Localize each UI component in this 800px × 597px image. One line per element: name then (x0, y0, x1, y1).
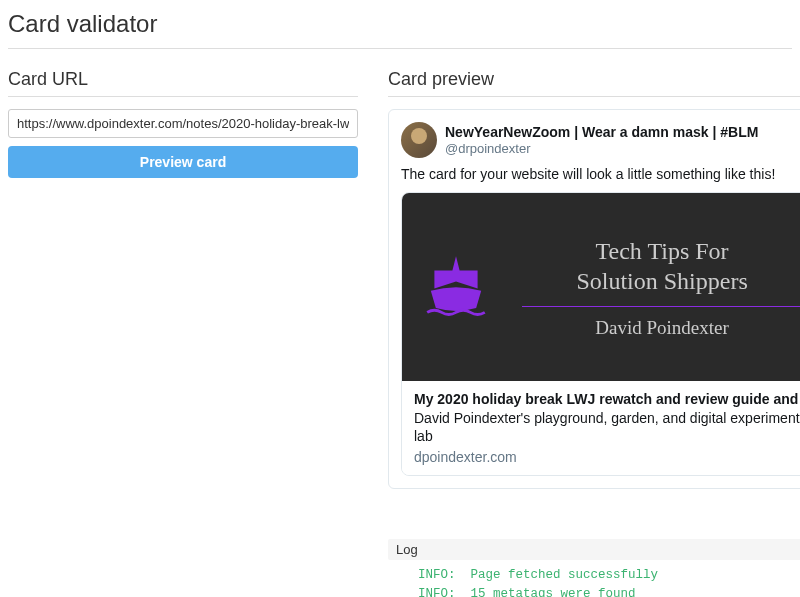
card-image-divider (522, 306, 800, 307)
ship-icon (420, 249, 492, 325)
card-preview-panel: Card preview NewYearNewZoom | Wear a dam… (388, 69, 800, 597)
log-body: INFO: Page fetched successfully INFO: 15… (388, 560, 800, 597)
card-image-text: Tech Tips For Solution Shippers David Po… (510, 236, 800, 339)
tweet-display-name: NewYearNewZoom | Wear a damn mask | #BLM (445, 124, 758, 141)
log-section: Log ▼ INFO: Page fetched successfully IN… (388, 539, 800, 597)
card-description: David Poindexter's playground, garden, a… (414, 409, 800, 445)
card-meta: My 2020 holiday break LWJ rewatch and re… (402, 381, 800, 475)
card-url-input[interactable] (8, 109, 358, 138)
log-header[interactable]: Log ▼ (388, 539, 800, 560)
card-url-heading: Card URL (8, 69, 358, 97)
avatar (401, 122, 437, 158)
card-preview-box: NewYearNewZoom | Wear a damn mask | #BLM… (388, 109, 800, 489)
summary-card[interactable]: Tech Tips For Solution Shippers David Po… (401, 192, 800, 476)
card-image-line2: Solution Shippers (510, 266, 800, 296)
card-preview-heading: Card preview (388, 69, 800, 97)
tweet-names: NewYearNewZoom | Wear a damn mask | #BLM… (445, 122, 758, 158)
card-domain: dpoindexter.com (414, 449, 800, 465)
preview-card-button[interactable]: Preview card (8, 146, 358, 178)
tweet-header: NewYearNewZoom | Wear a damn mask | #BLM… (401, 122, 800, 158)
card-image: Tech Tips For Solution Shippers David Po… (402, 193, 800, 381)
card-title: My 2020 holiday break LWJ rewatch and re… (414, 391, 800, 407)
tweet-text: The card for your website will look a li… (401, 166, 800, 182)
card-image-line1: Tech Tips For (510, 236, 800, 266)
tweet-handle: @drpoindexter (445, 141, 758, 157)
main-columns: Card URL Preview card Card preview NewYe… (8, 69, 792, 597)
page-title: Card validator (8, 10, 792, 49)
log-heading-label: Log (396, 542, 418, 557)
card-image-author: David Poindexter (510, 317, 800, 339)
card-url-panel: Card URL Preview card (8, 69, 358, 597)
